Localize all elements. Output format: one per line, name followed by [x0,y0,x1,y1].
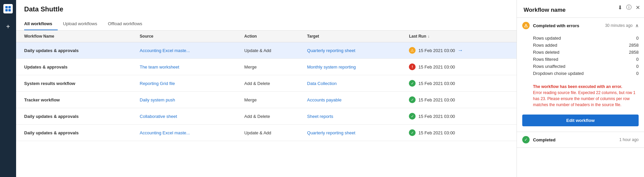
svg-rect-1 [8,6,11,8]
stat-label: Rows filtered [533,57,558,62]
error-status-time: 30 minutes ago [605,23,633,28]
sort-icon: ↓ [428,34,430,39]
table-row[interactable]: Daily updates & approvals Collaborative … [16,108,517,125]
stat-label: Dropdown choise updated [533,71,584,76]
stats-list: Rows updated0Rows added2858Rows deleted2… [517,33,644,81]
cell-source: Accounting Excel maste... [136,125,240,141]
stat-value: 2858 [629,43,639,48]
cell-action: Add & Delete [240,108,303,125]
error-message: The workflow has been executed with an e… [533,84,639,108]
status-icon: ✓ [409,113,416,120]
cell-workflow-name: Daily updates & approvals [16,42,136,59]
edit-button-container: Edit workflow [517,112,644,132]
cell-source: Accounting Excel maste... [136,42,240,59]
svg-rect-3 [8,9,11,11]
stat-row: Rows added2858 [533,42,639,49]
col-target: Target [303,31,405,42]
table-header-row: Workflow Name Source Action Target Last … [16,31,517,42]
table-row[interactable]: System results workflow Reporting Grid f… [16,75,517,92]
col-lastrun[interactable]: Last Run ↓ [405,31,517,42]
cell-workflow-name: System results workflow [16,75,136,92]
col-action: Action [240,31,303,42]
stat-label: Rows unaffected [533,64,566,69]
cell-workflow-name: Daily updates & approvals [16,108,136,125]
cell-lastrun: ! 15 Feb 2021 03:00 [405,59,517,75]
cell-target: Quarterly reporting sheet [303,125,405,141]
stat-value: 2858 [629,50,639,55]
stat-label: Rows deleted [533,50,559,55]
status-icon: ⚠ [409,47,416,54]
cell-workflow-name: Tracker workflow [16,92,136,108]
stat-value: 0 [636,36,639,41]
cell-source: Daily system push [136,92,240,108]
status-icon: ✓ [409,80,416,87]
warning-icon: ⚠ [522,22,530,29]
info-icon[interactable]: ⓘ [626,4,632,11]
main-content: Data Shuttle All workflows Upload workfl… [16,0,517,177]
tab-offload-workflows[interactable]: Offload workflows [108,18,148,30]
cell-action: Merge [240,92,303,108]
completed-header[interactable]: ✓ Completed 1 hour ago [517,132,644,147]
table-row[interactable]: Daily updates & approvals Accounting Exc… [16,42,517,59]
cell-action: Merge [240,59,303,75]
lastrun-value: 15 Feb 2021 03:00 [418,130,455,135]
stat-row: Rows deleted2858 [533,49,639,56]
page-header: Data Shuttle All workflows Upload workfl… [16,0,517,31]
app-logo [3,4,13,13]
tab-bar: All workflows Upload workflows Offload w… [24,18,508,30]
add-button[interactable]: + [3,20,13,33]
cell-lastrun: ✓ 15 Feb 2021 03:00 [405,92,517,108]
status-icon: ! [409,63,416,70]
cell-source: The team worksheet [136,59,240,75]
lastrun-value: 15 Feb 2021 03:00 [418,114,455,119]
workflows-table: Workflow Name Source Action Target Last … [16,31,517,141]
page-title: Data Shuttle [24,5,508,13]
error-status-header[interactable]: ⚠ Completed with errors 30 minutes ago ∧ [517,18,644,33]
cell-lastrun: ✓ 15 Feb 2021 03:00 [405,125,517,141]
panel-body: ⚠ Completed with errors 30 minutes ago ∧… [517,18,644,177]
cell-target: Accounts payable [303,92,405,108]
cell-lastrun: ⚠ 15 Feb 2021 03:00 → [405,42,517,59]
stat-row: Rows updated0 [533,35,639,42]
table-row[interactable]: Tracker workflow Daily system push Merge… [16,92,517,108]
download-icon[interactable]: ⬇ [618,4,622,11]
lastrun-value: 15 Feb 2021 03:00 [418,48,455,53]
stat-row: Rows filtered0 [533,56,639,63]
stat-label: Rows updated [533,36,561,41]
cell-action: Update & Add [240,125,303,141]
completed-icon: ✓ [522,136,530,143]
panel-icons: ⬇ ⓘ ✕ [618,4,640,11]
workflows-table-area: Workflow Name Source Action Target Last … [16,31,517,177]
sidebar: + [0,0,16,177]
cell-target: Monthly system reporting [303,59,405,75]
lastrun-value: 15 Feb 2021 03:00 [418,97,455,102]
lastrun-value: 15 Feb 2021 03:00 [418,81,455,86]
svg-rect-2 [5,9,8,11]
stat-row: Rows unaffected0 [533,63,639,70]
cell-target: Quarterly reporting sheet [303,42,405,59]
stat-value: 0 [636,57,639,62]
error-status-label: Completed with errors [533,23,605,28]
cell-workflow-name: Updates & approvals [16,59,136,75]
cell-source: Collaborative sheet [136,108,240,125]
chevron-up-icon: ∧ [635,23,639,28]
completed-section: ✓ Completed 1 hour ago [517,132,644,148]
cell-workflow-name: Daily updates & approvals [16,125,136,141]
svg-rect-0 [5,6,8,8]
table-body: Daily updates & approvals Accounting Exc… [16,42,517,141]
tab-upload-workflows[interactable]: Upload workflows [63,18,103,30]
cell-target: Data Collection [303,75,405,92]
tab-all-workflows[interactable]: All workflows [24,18,58,30]
status-icon: ✓ [409,129,416,136]
stat-label: Rows added [533,43,557,48]
cell-lastrun: ✓ 15 Feb 2021 03:00 [405,75,517,92]
completed-time: 1 hour ago [620,137,639,142]
cell-action: Add & Delete [240,75,303,92]
edit-workflow-button[interactable]: Edit workflow [522,115,639,126]
table-row[interactable]: Updates & approvals The team worksheet M… [16,59,517,75]
table-row[interactable]: Daily updates & approvals Accounting Exc… [16,125,517,141]
close-icon[interactable]: ✕ [636,4,640,11]
completed-label: Completed [533,137,620,142]
stat-row: Dropdown choise updated0 [533,70,639,77]
cell-source: Reporting Grid file [136,75,240,92]
